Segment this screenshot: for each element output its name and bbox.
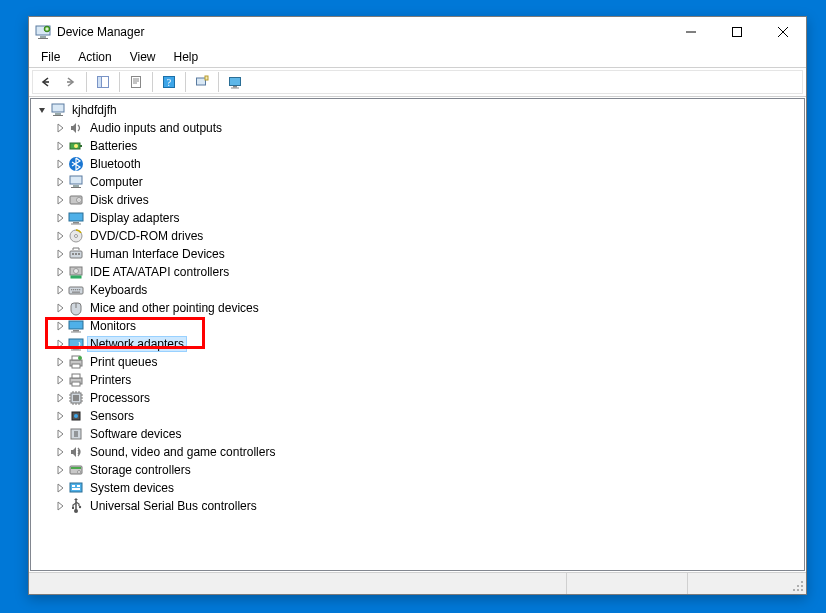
tree-item-label: Disk drives [87,193,152,207]
svg-rect-46 [72,292,80,293]
menu-view[interactable]: View [122,48,164,66]
tree-item[interactable]: Universal Serial Bus controllers [53,497,804,515]
tree-item[interactable]: Human Interface Devices [53,245,804,263]
tree-item[interactable]: Print queues [53,353,804,371]
svg-rect-73 [72,507,74,509]
expand-icon[interactable] [53,283,67,297]
tree-item[interactable]: Display adapters [53,209,804,227]
menu-help[interactable]: Help [166,48,207,66]
tree-item[interactable]: Batteries [53,137,804,155]
tree-children: Audio inputs and outputsBatteriesBluetoo… [35,119,804,515]
expand-icon[interactable] [53,319,67,333]
tree-item[interactable]: Disk drives [53,191,804,209]
tree-item-label: Universal Serial Bus controllers [87,499,260,513]
tree-item[interactable]: IDE ATA/ATAPI controllers [53,263,804,281]
svg-point-77 [797,585,799,587]
svg-rect-69 [72,485,75,487]
expand-icon[interactable] [53,391,67,405]
tree-item[interactable]: DVD/CD-ROM drives [53,227,804,245]
tree-item[interactable]: Computer [53,173,804,191]
tree-item[interactable]: System devices [53,479,804,497]
expand-icon[interactable] [53,247,67,261]
collapse-icon[interactable] [35,103,49,117]
expand-icon[interactable] [53,355,67,369]
back-button[interactable] [35,71,57,93]
expand-icon[interactable] [53,499,67,513]
expand-icon[interactable] [53,337,67,351]
expand-icon[interactable] [53,139,67,153]
tree-root-node[interactable]: kjhdfdjfh [35,101,804,119]
tree-item[interactable]: Software devices [53,425,804,443]
tree-item-label: Computer [87,175,146,189]
tree-item[interactable]: Bluetooth [53,155,804,173]
tree-item-label: Printers [87,373,134,387]
minimize-button[interactable] [668,17,714,47]
svg-rect-13 [233,86,237,88]
expand-icon[interactable] [53,481,67,495]
svg-rect-30 [71,224,81,225]
tree-item[interactable]: Mice and other pointing devices [53,299,804,317]
hid-icon [68,246,84,262]
scan-hardware-button[interactable] [191,71,213,93]
expand-icon[interactable] [53,121,67,135]
svg-point-75 [801,581,803,583]
tree-item[interactable]: Processors [53,389,804,407]
expand-icon[interactable] [53,229,67,243]
monitors-button[interactable] [224,71,246,93]
expand-icon[interactable] [53,157,67,171]
svg-point-80 [793,589,795,591]
maximize-button[interactable] [714,17,760,47]
expand-icon[interactable] [53,265,67,279]
expand-icon[interactable] [53,427,67,441]
svg-rect-11 [205,76,208,80]
menu-action[interactable]: Action [70,48,119,66]
help-button[interactable]: ? [158,71,180,93]
tree-item[interactable]: Sensors [53,407,804,425]
expand-icon[interactable] [53,301,67,315]
tree-item[interactable]: Storage controllers [53,461,804,479]
properties-button[interactable] [125,71,147,93]
svg-point-72 [74,509,78,513]
svg-rect-2 [38,38,48,39]
expand-icon[interactable] [53,445,67,459]
tree-item-label: Processors [87,391,153,405]
svg-rect-42 [73,289,74,290]
printqueue-icon [68,354,84,370]
printer-icon [68,372,84,388]
menu-file[interactable]: File [33,48,68,66]
expand-icon[interactable] [53,211,67,225]
expand-icon[interactable] [53,463,67,477]
device-tree-panel[interactable]: kjhdfdjfh Audio inputs and outputsBatter… [30,98,805,571]
bluetooth-icon [68,156,84,172]
show-hide-tree-button[interactable] [92,71,114,93]
tree-item[interactable]: Sound, video and game controllers [53,443,804,461]
expand-icon[interactable] [53,373,67,387]
tree-item-label: Software devices [87,427,184,441]
audio-icon [68,120,84,136]
tree-item[interactable]: Keyboards [53,281,804,299]
window-title: Device Manager [57,25,144,39]
forward-button[interactable] [59,71,81,93]
expand-icon[interactable] [53,175,67,189]
tree-item-label: Audio inputs and outputs [87,121,225,135]
svg-rect-34 [72,253,74,255]
svg-point-63 [74,414,78,418]
tree-item[interactable]: Audio inputs and outputs [53,119,804,137]
expand-icon[interactable] [53,409,67,423]
tree-item[interactable]: Monitors [53,317,804,335]
toolbar-separator [86,72,87,92]
svg-rect-45 [79,289,80,290]
ide-icon [68,264,84,280]
tree-item[interactable]: Printers [53,371,804,389]
tree-item[interactable]: Network adapters [53,335,804,353]
svg-rect-39 [71,276,81,278]
device-manager-window: Device Manager File Action View Help [28,16,807,595]
cpu-icon [68,390,84,406]
close-button[interactable] [760,17,806,47]
usb-icon [68,498,84,514]
expand-icon[interactable] [53,193,67,207]
tree-item-label: Sensors [87,409,137,423]
svg-rect-59 [72,382,80,386]
toolbar-container: ? [29,67,806,97]
resize-grip-icon[interactable] [788,573,806,594]
